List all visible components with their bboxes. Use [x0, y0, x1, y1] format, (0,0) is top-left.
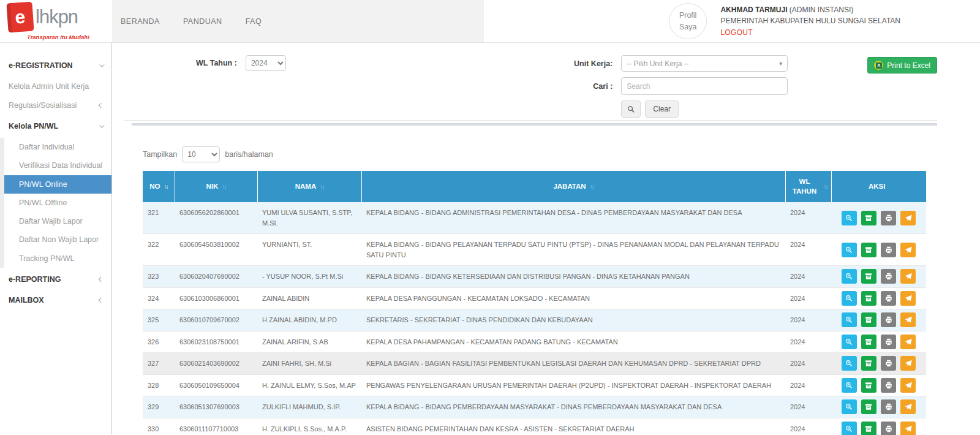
column-header[interactable]: NAMA ↑↓ [257, 171, 361, 202]
sidebar-item-label: Daftar Non Wajib Lapor [19, 235, 99, 244]
send-button[interactable] [900, 356, 916, 371]
print-button[interactable] [881, 211, 896, 225]
cell-no: 328 [143, 374, 175, 396]
cell-jabatan: ASISTEN BIDANG PEMERINTAHAN DAN KESRA - … [361, 418, 785, 435]
zoom-detail-button[interactable] [842, 312, 857, 327]
printer-icon [884, 338, 893, 346]
sidebar-item[interactable]: Verifikasi Data Individual [0, 156, 111, 175]
cell-nik: 6306021403690002 [175, 353, 257, 375]
cell-aksi [831, 309, 926, 331]
logout-link[interactable]: LOGOUT [720, 27, 900, 39]
print-button[interactable] [881, 356, 896, 371]
search-input[interactable] [621, 77, 788, 95]
cell-aksi [831, 234, 926, 266]
send-button[interactable] [900, 243, 916, 257]
clear-button[interactable]: Clear [645, 100, 679, 118]
send-button[interactable] [900, 422, 916, 435]
profil-saya-button[interactable]: Profil Saya [669, 3, 707, 40]
archive-button[interactable] [861, 243, 876, 257]
column-header-label: NO [149, 182, 160, 192]
print-button[interactable] [881, 243, 896, 257]
app-logo[interactable]: e lhkpn Transparan itu Mudah! [0, 0, 112, 42]
archive-button[interactable] [861, 335, 876, 349]
column-header[interactable]: WL TAHUN ↑↓ [785, 171, 831, 202]
print-button[interactable] [881, 312, 896, 327]
sidebar-item[interactable]: Daftar Individual [0, 138, 111, 156]
column-header[interactable]: JABATAN ↑↓ [361, 171, 785, 202]
print-button[interactable] [881, 291, 896, 306]
archive-button[interactable] [861, 399, 876, 414]
print-button[interactable] [881, 399, 896, 414]
send-button[interactable] [900, 378, 916, 393]
profil-label-line2: Saya [679, 21, 697, 33]
send-button[interactable] [900, 335, 916, 349]
paper-plane-icon [904, 316, 913, 324]
wl-tahun-select[interactable]: 2024 [246, 55, 286, 71]
archive-button[interactable] [861, 291, 876, 306]
paper-plane-icon [904, 381, 913, 390]
sidebar-item[interactable]: PN/WL Online [0, 175, 111, 194]
column-header[interactable]: AKSI [831, 171, 926, 202]
sidebar-item[interactable]: MAILBOX [0, 291, 111, 309]
printer-icon [884, 272, 893, 281]
sidebar-item[interactable]: Tracking PN/WL [0, 249, 111, 268]
archive-button[interactable] [861, 378, 876, 393]
zoom-detail-button[interactable] [842, 269, 857, 284]
zoom-detail-button[interactable] [842, 356, 857, 371]
zoom-in-icon [845, 425, 853, 433]
top-nav-item[interactable]: FAQ [246, 17, 262, 26]
zoom-detail-button[interactable] [842, 291, 857, 306]
unit-kerja-select[interactable]: -- Pilih Unit Kerja -- ▾ [621, 55, 788, 72]
top-nav-item[interactable]: BERANDA [121, 17, 160, 26]
sidebar-item[interactable]: e-REPORTING [0, 270, 111, 289]
sidebar-item[interactable]: Daftar Non Wajib Lapor [0, 230, 111, 249]
table-row: 324 6306103006860001 ZAINAL ABIDIN KEPAL… [143, 287, 926, 309]
send-button[interactable] [900, 312, 916, 327]
page-length-select[interactable]: 10 [182, 146, 220, 162]
print-button[interactable] [881, 378, 896, 393]
divider [124, 120, 937, 121]
sidebar-item[interactable]: PN/WL Offline [0, 194, 111, 212]
zoom-in-icon [845, 294, 853, 303]
top-nav-item[interactable]: PANDUAN [183, 17, 222, 26]
excel-icon: X [874, 61, 883, 70]
cell-nama: ZAINAL ABIDIN [257, 287, 361, 309]
table-row: 326 6306023108750001 ZAINAL ARIFIN, S.AB… [143, 331, 926, 353]
archive-button[interactable] [861, 356, 876, 371]
print-button[interactable] [881, 335, 896, 349]
cell-no: 329 [143, 396, 175, 418]
sidebar-item[interactable]: Daftar Wajib Lapor [0, 212, 111, 230]
column-header[interactable]: NIK ↑↓ [175, 171, 257, 202]
table-row: 325 6306010709670002 H ZAINAL ABIDIN, M.… [143, 309, 926, 331]
zoom-detail-button[interactable] [842, 335, 857, 349]
zoom-detail-button[interactable] [842, 422, 857, 435]
sidebar-item-label: Kelola Admin Unit Kerja [9, 81, 89, 91]
sidebar-item-label: PN/WL Offline [19, 198, 67, 208]
zoom-detail-button[interactable] [842, 243, 857, 257]
sidebar-item[interactable]: Regulasi/Sosialisasi [0, 96, 111, 115]
send-button[interactable] [900, 399, 916, 414]
send-button[interactable] [900, 211, 916, 225]
cell-no: 330 [143, 418, 175, 435]
sidebar-item[interactable]: Kelola Admin Unit Kerja [0, 77, 111, 96]
print-button[interactable] [881, 269, 896, 284]
archive-button[interactable] [861, 269, 876, 284]
archive-button[interactable] [861, 211, 876, 225]
column-header-label: JABATAN [553, 182, 586, 192]
sidebar-item[interactable]: e-REGISTRATION [0, 56, 111, 75]
cell-jabatan: KEPALA BAGIAN - BAGIAN FASILITASI PEMBEN… [361, 353, 785, 375]
print-button[interactable] [881, 422, 896, 435]
print-to-excel-button[interactable]: X Print to Excel [867, 57, 937, 74]
send-button[interactable] [900, 291, 916, 306]
search-button[interactable] [621, 100, 641, 118]
send-button[interactable] [900, 269, 916, 284]
column-header[interactable]: NO ↑↓ [143, 171, 175, 202]
zoom-detail-button[interactable] [842, 399, 857, 414]
archive-button[interactable] [861, 422, 876, 435]
cell-wl-tahun: 2024 [785, 309, 831, 331]
zoom-detail-button[interactable] [842, 211, 857, 225]
archive-box-icon [864, 359, 873, 368]
zoom-detail-button[interactable] [842, 378, 857, 393]
archive-button[interactable] [861, 312, 876, 327]
sidebar-item[interactable]: Kelola PN/WL [0, 117, 111, 135]
